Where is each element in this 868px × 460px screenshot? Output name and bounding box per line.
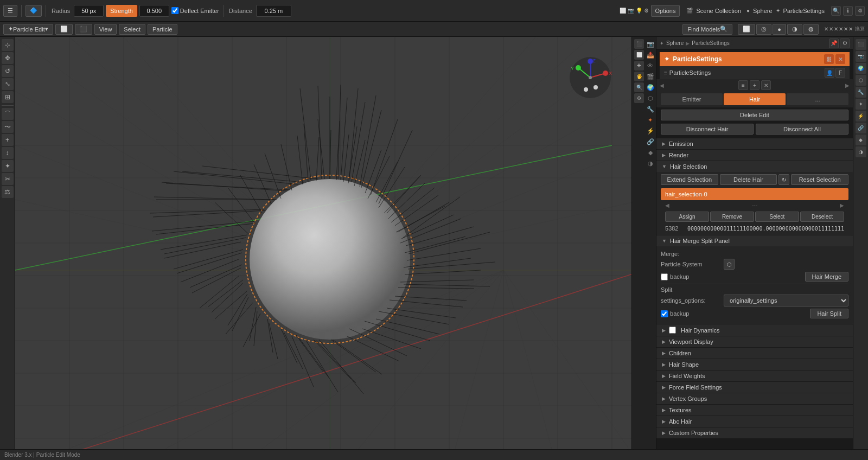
sel-next[interactable]: ▶: [840, 202, 844, 208]
strength-input[interactable]: [139, 5, 169, 17]
field-weights-header[interactable]: ▶ Field Weights: [656, 370, 853, 381]
tool-scale[interactable]: ⤡: [2, 78, 14, 90]
ps-user-btn[interactable]: 👤: [825, 68, 834, 78]
prop-world-icon[interactable]: 🌍: [646, 82, 655, 92]
vp-tool-5[interactable]: 🔍: [634, 82, 644, 92]
find-models-btn[interactable]: Find Models 🔍: [682, 24, 732, 35]
panel-pin-btn[interactable]: 📌: [829, 39, 839, 48]
x-icon-1[interactable]: ✕: [824, 26, 828, 32]
remove-btn[interactable]: Remove: [710, 212, 754, 222]
particle-menu[interactable]: Particle: [148, 24, 177, 35]
vp-tool-6[interactable]: ⚙: [634, 93, 644, 103]
neuro-btn[interactable]: ...: [787, 93, 848, 105]
hair-merge-btn[interactable]: Hair Merge: [805, 272, 848, 282]
menu-btn[interactable]: ☰: [3, 5, 17, 17]
vp-tool-2[interactable]: ⬜: [634, 50, 644, 60]
sel-prev[interactable]: ◀: [665, 202, 669, 208]
hair-btn[interactable]: Hair: [724, 93, 786, 105]
ps-dropdown-btn[interactable]: ⬡: [724, 259, 735, 270]
prop-constraint-icon[interactable]: 🔗: [646, 137, 655, 146]
viewport-display-header[interactable]: ▶ Viewport Display: [656, 336, 853, 347]
viewport-shade-1[interactable]: ⬜: [55, 24, 73, 35]
far-right-icon-2[interactable]: 📷: [856, 51, 866, 62]
settings-options-select[interactable]: originally_settings: [724, 295, 848, 306]
prop-render-icon[interactable]: 📷: [646, 39, 655, 49]
far-right-icon-8[interactable]: ◆: [856, 135, 866, 145]
nav-prev[interactable]: ◀: [660, 82, 664, 88]
ps-close-btn[interactable]: ✕: [835, 54, 845, 64]
sel-refresh-btn[interactable]: ↻: [778, 174, 789, 185]
emitter-btn[interactable]: Emitter: [661, 93, 723, 105]
solid-btn[interactable]: ●: [773, 24, 786, 35]
prop-output-icon[interactable]: 📤: [646, 50, 655, 60]
render-btn[interactable]: ◍: [803, 24, 819, 35]
prop-scene-icon[interactable]: 🎬: [646, 72, 655, 81]
radius-input[interactable]: [74, 5, 104, 17]
tool-cut[interactable]: ✂: [2, 173, 14, 185]
ps-link-btn[interactable]: ⛓: [824, 54, 834, 64]
prop-object-icon[interactable]: ⬡: [646, 93, 655, 103]
search-btn[interactable]: 🔍: [831, 6, 841, 16]
prop-data-icon[interactable]: ◆: [646, 148, 655, 157]
vp-tool-3[interactable]: ✚: [634, 61, 644, 71]
blender-logo[interactable]: 🔷: [25, 5, 42, 17]
x-icon-4[interactable]: ✕: [839, 26, 843, 32]
tool-rotate[interactable]: ↺: [2, 65, 14, 77]
nav-next[interactable]: ▶: [845, 82, 850, 88]
mode-dropdown[interactable]: ✦ Particle Edit ▾: [3, 24, 53, 35]
vp-tool-4[interactable]: 🖐: [634, 72, 644, 81]
nav-icon-1[interactable]: ≡: [738, 80, 748, 90]
disconnect-hair-btn[interactable]: Disconnect Hair: [661, 124, 754, 135]
sel-name-input[interactable]: [661, 188, 848, 200]
viewport-icon-3[interactable]: 💡: [636, 8, 642, 14]
x-icon-6[interactable]: ✕: [848, 26, 853, 32]
x-icon-2[interactable]: ✕: [829, 26, 833, 32]
extend-selection-btn[interactable]: Extend Selection: [661, 174, 718, 185]
select-menu[interactable]: Select: [119, 24, 145, 35]
options-btn[interactable]: Options: [651, 5, 680, 17]
abc-hair-header[interactable]: ▶ Abc Hair: [656, 416, 853, 427]
far-right-icon-5[interactable]: 🔧: [856, 87, 866, 98]
emission-header[interactable]: ▶ Emission: [656, 138, 853, 149]
tool-transform[interactable]: ⊞: [2, 91, 14, 103]
xray-btn[interactable]: ◎: [756, 24, 771, 35]
ps-fake-btn[interactable]: F: [835, 68, 845, 78]
prop-physics-icon[interactable]: ⚡: [646, 126, 655, 136]
info-btn[interactable]: ℹ: [843, 6, 853, 16]
prop-modifier-icon[interactable]: 🔧: [646, 104, 655, 114]
viewport-icon-2[interactable]: 📷: [628, 8, 634, 14]
overlay-btn[interactable]: ⬜: [738, 24, 755, 35]
far-right-icon-9[interactable]: ◑: [856, 146, 866, 157]
deflect-emitter-checkbox[interactable]: [171, 7, 178, 14]
hair-split-btn[interactable]: Hair Split: [810, 309, 848, 318]
nav-icon-2[interactable]: +: [750, 80, 760, 90]
x-icon-3[interactable]: ✕: [834, 26, 838, 32]
far-right-icon-7[interactable]: 🔗: [856, 123, 866, 133]
strength-btn[interactable]: Strength: [106, 5, 137, 17]
vertex-groups-header[interactable]: ▶ Vertex Groups: [656, 393, 853, 404]
reset-selection-btn[interactable]: Reset Selection: [791, 174, 848, 185]
textures-header[interactable]: ▶ Textures: [656, 405, 853, 416]
far-right-icon-particle[interactable]: ✦: [856, 99, 866, 110]
viewport-shade-2[interactable]: ⬛: [75, 24, 92, 35]
viewport-icon-1[interactable]: ⬜: [620, 8, 626, 14]
hair-dynamics-checkbox[interactable]: [669, 327, 676, 334]
prop-view-icon[interactable]: 👁: [646, 61, 655, 71]
render-header[interactable]: ▶ Render: [656, 150, 853, 161]
assign-btn[interactable]: Assign: [665, 212, 709, 222]
material-btn[interactable]: ◑: [787, 24, 802, 35]
viewport[interactable]: X Y Z ⬛ ⬜ ✚ 🖐 🔍 ⚙: [15, 37, 644, 449]
nav-icon-3[interactable]: ✕: [761, 80, 771, 90]
deselect-btn[interactable]: Deselect: [800, 212, 844, 222]
tool-weight[interactable]: ⚖: [2, 186, 14, 198]
tool-length[interactable]: ↕: [2, 147, 14, 159]
merge-backup-checkbox[interactable]: [661, 273, 668, 280]
hair-shape-header[interactable]: ▶ Hair Shape: [656, 359, 853, 370]
tool-puff[interactable]: ✦: [2, 160, 14, 172]
split-backup-checkbox[interactable]: [661, 310, 668, 317]
far-right-icon-6[interactable]: ⚡: [856, 111, 866, 122]
prop-material-icon[interactable]: ◑: [646, 158, 655, 168]
delete-edit-btn[interactable]: Delete Edit: [661, 110, 848, 120]
far-right-icon-4[interactable]: ⬡: [856, 75, 866, 86]
custom-props-header[interactable]: ▶ Custom Properties: [656, 427, 853, 438]
